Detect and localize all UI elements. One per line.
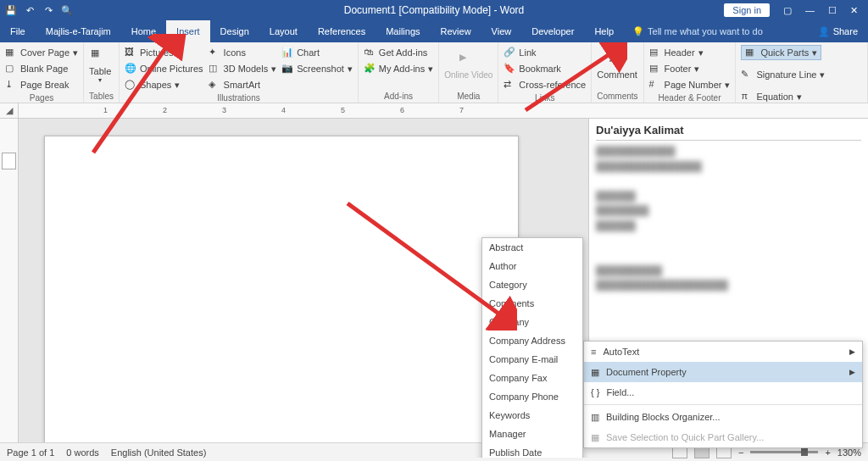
smartart-button[interactable]: ◈SmartArt [209,77,277,92]
tell-me-search[interactable]: 💡 Tell me what you want to do [624,26,763,37]
header-icon: ▤ [649,47,661,58]
dp-company-fax[interactable]: Company Fax [482,369,582,387]
dp-abstract[interactable]: Abstract [482,238,582,257]
page-indicator[interactable]: Page 1 of 1 [7,447,54,458]
dp-manager[interactable]: Manager [482,425,582,443]
document-property-item[interactable]: ▦Document Property▶ [584,362,862,382]
screenshot-icon: 📷 [281,63,293,75]
online-video-button[interactable]: ▶Online Video [444,45,492,86]
save-gallery-icon: ▦ [591,432,599,443]
redo-icon[interactable]: ↷ [42,4,54,16]
pagenum-icon: # [649,79,661,91]
sign-in-button[interactable]: Sign in [724,3,770,17]
table-icon: ▦ [91,47,109,66]
dp-keywords[interactable]: Keywords [482,406,582,425]
3d-models-button[interactable]: ◫3D Models ▾ [209,61,277,76]
table-button[interactable]: ▦Table▾ [89,45,111,86]
autotext-item[interactable]: ≡AutoText▶ [584,342,862,362]
document-page[interactable] [44,136,519,458]
page-number-button[interactable]: #Page Number ▾ [649,77,731,92]
signature-line-button[interactable]: ✎Signature Line ▾ [741,67,825,82]
side-panel-title: Du'aiyya Kalimat [596,124,861,141]
tab-mailings[interactable]: Mailings [376,20,430,42]
dp-company-email[interactable]: Company E-mail [482,350,582,369]
video-icon: ▶ [459,52,478,70]
minimize-icon[interactable]: — [805,5,815,15]
horizontal-ruler[interactable]: ◢ 1234567 [0,103,868,119]
dp-comments[interactable]: Comments [482,294,582,313]
title-bar: 💾 ↶ ↷ 🔍 Document1 [Compatibility Mode] -… [0,0,868,20]
my-addins-button[interactable]: 🧩My Add-ins ▾ [364,61,433,76]
building-blocks-item[interactable]: ▥Building Blocks Organizer... [584,407,862,427]
ribbon-display-icon[interactable]: ▢ [783,5,792,16]
blurred-content: ████████████████████████████████████████… [596,144,861,293]
pictures-button[interactable]: 🖼Pictures [125,45,203,60]
link-icon: 🔗 [504,47,515,58]
tab-review[interactable]: Review [431,20,481,42]
ribbon: ▦Cover Page ▾ ▢Blank Page ⤓Page Break Pa… [0,42,868,103]
docprop-icon: ▦ [591,367,599,378]
tab-home[interactable]: Home [121,20,166,42]
zoom-slider[interactable] [750,451,818,453]
bbo-icon: ▥ [591,412,599,423]
preview-icon[interactable]: 🔍 [61,4,73,16]
tab-majlis[interactable]: Majlis-e-Tarajim [36,20,121,42]
dp-company-address[interactable]: Company Address [482,331,582,350]
smartart-icon: ◈ [209,79,220,91]
tab-layout[interactable]: Layout [259,20,308,42]
dp-company[interactable]: Company [482,313,582,331]
tab-insert[interactable]: Insert [166,20,210,42]
dp-category[interactable]: Category [482,275,582,294]
quick-parts-button[interactable]: ▦Quick Parts ▾ [741,45,821,60]
online-pictures-button[interactable]: 🌐Online Pictures [125,61,203,76]
screenshot-button[interactable]: 📷Screenshot ▾ [281,61,353,76]
tab-file[interactable]: File [0,20,36,42]
bookmark-button[interactable]: 🔖Bookmark [504,61,586,76]
zoom-out-button[interactable]: − [738,447,743,458]
comment-icon: 💬 [608,51,626,69]
crossref-button[interactable]: ⇄Cross-reference [504,77,586,92]
shapes-button[interactable]: ◯Shapes ▾ [125,77,203,92]
blank-page-button[interactable]: ▢Blank Page [5,61,78,76]
undo-icon[interactable]: ↶ [24,4,36,16]
dp-publish-date[interactable]: Publish Date [482,443,582,458]
comment-button[interactable]: 💬Comment [597,45,637,86]
close-icon[interactable]: ✕ [850,5,858,16]
icons-button[interactable]: ✦Icons [209,45,277,60]
tab-developer[interactable]: Developer [521,20,584,42]
chart-icon: 📊 [281,47,293,58]
page-break-button[interactable]: ⤓Page Break [5,77,78,92]
save-icon[interactable]: 💾 [5,4,17,16]
quick-access-toolbar: 💾 ↶ ↷ 🔍 [0,4,73,16]
page-icon: ▦ [5,47,17,58]
document-property-submenu: Abstract Author Category Comments Compan… [481,237,583,458]
icons-icon: ✦ [209,47,220,58]
bookmark-icon: 🔖 [504,63,515,75]
chart-button[interactable]: 📊Chart [281,45,353,60]
zoom-level[interactable]: 130% [837,447,861,458]
tab-references[interactable]: References [308,20,376,42]
dp-author[interactable]: Author [482,257,582,275]
link-button[interactable]: 🔗Link [504,45,586,60]
footer-button[interactable]: ▤Footer ▾ [649,61,731,76]
page-icon: ▢ [5,63,17,75]
get-addins-button[interactable]: 🛍Get Add-ins [364,45,433,60]
break-icon: ⤓ [5,79,17,91]
dp-company-phone[interactable]: Company Phone [482,387,582,406]
field-icon: { } [591,387,599,397]
cover-page-button[interactable]: ▦Cover Page ▾ [5,45,78,60]
tab-design[interactable]: Design [210,20,259,42]
tab-view[interactable]: View [481,20,522,42]
equation-button[interactable]: πEquation ▾ [741,89,801,104]
language-indicator[interactable]: English (United States) [111,447,207,458]
store-icon: 🛍 [364,47,376,58]
header-button[interactable]: ▤Header ▾ [649,45,731,60]
share-button[interactable]: 👤 Share [818,26,868,37]
vertical-ruler[interactable] [0,119,19,458]
zoom-in-button[interactable]: + [825,447,830,458]
field-item[interactable]: { }Field... [584,382,862,403]
maximize-icon[interactable]: ☐ [828,5,837,16]
document-canvas[interactable]: Du'aiyya Kalimat ███████████████████████… [19,119,868,458]
tab-help[interactable]: Help [584,20,624,42]
word-count[interactable]: 0 words [66,447,99,458]
